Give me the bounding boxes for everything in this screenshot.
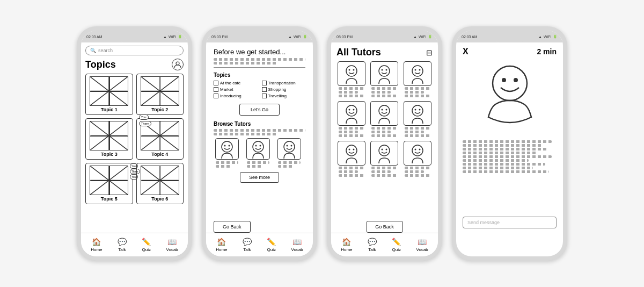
- svg-point-27: [229, 145, 230, 147]
- nav-quiz[interactable]: ✏️ Quiz: [142, 238, 151, 252]
- status-icons-3: ▲ WiFi 🔋: [413, 34, 433, 39]
- quiz-icon-3: ✏️: [392, 238, 401, 246]
- tutor-grid-item-4[interactable]: [336, 101, 367, 138]
- close-button[interactable]: X: [463, 47, 469, 56]
- time-1: 02:03 AM: [86, 35, 103, 39]
- checkbox-box-introducing[interactable]: [214, 94, 218, 98]
- nav-talk-3[interactable]: 💬 Talk: [368, 238, 377, 252]
- topic-img-1: [90, 76, 128, 106]
- onboarding-content: Before we get started... Topics At the c…: [206, 42, 313, 233]
- checkbox-box-market[interactable]: [214, 87, 218, 92]
- nav-vocab-2[interactable]: 📖 Vocab: [291, 238, 303, 252]
- nav-vocab-3[interactable]: 📖 Vocab: [416, 238, 428, 252]
- lets-go-button[interactable]: Let's Go: [239, 104, 280, 116]
- nav-talk-label: Talk: [118, 247, 126, 252]
- tutor-card-3[interactable]: [276, 138, 303, 169]
- tutor-grid-item-8[interactable]: [369, 141, 399, 178]
- svg-point-25: [222, 141, 232, 152]
- topic-item-5[interactable]: Topic 5 You Them You: [85, 163, 133, 204]
- topic-item-2[interactable]: Topic 2: [136, 74, 184, 115]
- checkbox-introducing[interactable]: Introducing: [214, 94, 258, 98]
- nav-home-2[interactable]: 🏠 Home: [216, 238, 227, 252]
- topic-label-4: Topic 4: [151, 152, 168, 157]
- tutor-grid-text-8: [371, 167, 397, 178]
- tutor-card-2[interactable]: [245, 138, 272, 169]
- svg-point-44: [349, 109, 350, 111]
- topic-item-3[interactable]: Topic 3: [85, 118, 133, 160]
- svg-point-46: [379, 105, 390, 116]
- tutor-avatar-2: [246, 138, 270, 160]
- send-message-input[interactable]: Send message: [463, 217, 557, 228]
- tutor-grid-item-2[interactable]: [369, 61, 399, 98]
- tutor-smiley-3: [280, 139, 299, 159]
- topic-label-6: Topic 6: [151, 196, 168, 202]
- nav-quiz-3[interactable]: ✏️ Quiz: [392, 238, 401, 252]
- home-icon-2: 🏠: [217, 238, 226, 246]
- topics-header: Topics: [85, 59, 184, 70]
- status-bar-2: 05:03 PM ▲ WiFi 🔋: [206, 31, 313, 42]
- topics-title: Topics: [85, 59, 116, 70]
- tutor-grid-item-5[interactable]: [369, 101, 399, 138]
- tutor-grid-avatar-6: [404, 101, 431, 126]
- status-icons-1: ▲ WiFi 🔋: [163, 34, 182, 39]
- svg-point-43: [346, 105, 357, 116]
- search-bar[interactable]: 🔍 search: [85, 46, 184, 55]
- topic-label-1: Topic 1: [101, 107, 118, 112]
- go-back-button-3[interactable]: Go Back: [366, 221, 403, 233]
- filter-icon[interactable]: ⊟: [426, 48, 433, 57]
- nav-vocab[interactable]: 📖 Vocab: [166, 238, 178, 252]
- tutor-grid-avatar-5: [370, 101, 398, 126]
- user-avatar-icon: [174, 61, 181, 68]
- tutor-smiley-1: [217, 139, 237, 159]
- svg-point-41: [414, 69, 416, 71]
- status-bar-1: 02:03 AM ▲ WiFi 🔋: [81, 31, 188, 42]
- time-2: 05:03 PM: [211, 35, 228, 39]
- topic-item-1[interactable]: Topic 1: [85, 74, 133, 115]
- tutor-card-1[interactable]: [214, 138, 240, 169]
- tutor-grid-item-9[interactable]: [402, 141, 433, 178]
- tutor-grid-item-7[interactable]: [336, 141, 367, 178]
- checkbox-market[interactable]: Market: [214, 87, 258, 92]
- checkbox-transport[interactable]: Transportation: [262, 81, 306, 85]
- home-icon: 🏠: [92, 238, 101, 246]
- search-placeholder: search: [98, 48, 113, 53]
- quiz-icon-2: ✏️: [267, 238, 276, 246]
- checkbox-box-travelling[interactable]: [262, 94, 267, 98]
- nav-quiz-2[interactable]: ✏️ Quiz: [267, 238, 276, 252]
- user-avatar[interactable]: [172, 59, 184, 70]
- svg-point-53: [349, 149, 350, 150]
- svg-point-47: [382, 109, 383, 111]
- nav-home[interactable]: 🏠 Home: [91, 238, 102, 252]
- topic-item-4[interactable]: Topic 4 You Them: [136, 118, 184, 160]
- notch-4: [494, 35, 526, 42]
- tutor-smiley-2: [248, 139, 268, 159]
- tutor-grid-item-3[interactable]: [402, 61, 433, 98]
- svg-point-34: [346, 66, 357, 76]
- checkbox-box-shopping[interactable]: [262, 87, 267, 92]
- svg-point-57: [386, 149, 387, 150]
- checkbox-shopping[interactable]: Shopping: [262, 87, 306, 92]
- nav-talk-2[interactable]: 💬 Talk: [243, 238, 252, 252]
- topic-label-2: Topic 2: [151, 107, 168, 112]
- see-more-button[interactable]: See more: [240, 172, 279, 183]
- checkbox-box-transport[interactable]: [262, 81, 267, 85]
- tutor-grid-item-1[interactable]: [336, 61, 367, 98]
- tutor-grid-avatar-4: [338, 101, 365, 126]
- nav-talk[interactable]: 💬 Talk: [118, 238, 127, 252]
- nav-home-3[interactable]: 🏠 Home: [341, 238, 352, 252]
- svg-point-35: [349, 69, 350, 71]
- phone-chat: 02:03 AM ▲ WiFi 🔋 X 2 min: [452, 26, 567, 261]
- svg-point-50: [414, 109, 416, 111]
- go-back-footer-2: Go Back: [214, 221, 251, 233]
- checkbox-box-cafe[interactable]: [214, 81, 218, 85]
- tutor-grid-item-6[interactable]: [402, 101, 433, 138]
- all-tutors-content: All Tutors ⊟: [331, 42, 438, 233]
- checkbox-cafe[interactable]: At the café: [214, 81, 258, 85]
- topic-item-6[interactable]: Topic 6: [136, 163, 184, 204]
- checkbox-travelling[interactable]: Travelling: [262, 94, 306, 98]
- tutor-grid-3: [336, 61, 433, 178]
- vocab-icon-3: 📖: [418, 238, 427, 246]
- time-4: 02:03 AM: [462, 35, 478, 39]
- tutor-grid-avatar-1: [338, 61, 365, 86]
- go-back-button-2[interactable]: Go Back: [214, 221, 251, 233]
